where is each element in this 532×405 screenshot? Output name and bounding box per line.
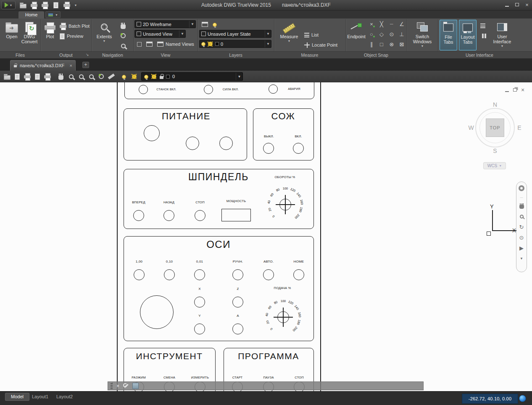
tb-make-current-button[interactable] <box>129 72 139 81</box>
zoom-extents-button[interactable]: Extents ▼ <box>96 20 113 50</box>
layer-dropdown[interactable]: 0 ▼ <box>141 72 243 81</box>
tb-pan-button[interactable] <box>56 72 66 81</box>
tb-plot-button[interactable] <box>23 72 32 81</box>
insertion-snap-icon[interactable]: □ <box>377 40 386 48</box>
close-icon[interactable]: × <box>116 384 119 389</box>
drawing-canvas[interactable]: СТАНОК ВКЛ. СИЛА ВКЛ. АВАРИЯ ПИТАНИЕ СОЖ… <box>0 82 532 391</box>
layer-properties-button[interactable] <box>200 20 209 29</box>
center-snap-icon[interactable]: ○ <box>367 30 376 38</box>
ui-pause-button[interactable] <box>478 31 487 40</box>
drag-grip[interactable] <box>111 383 113 389</box>
layer-combo[interactable]: 0 ▼ <box>199 40 271 48</box>
visual-style-combo[interactable]: 2D Wireframe ▼ <box>134 20 196 28</box>
viewcube-top-face[interactable]: TOP <box>486 118 504 137</box>
pan-button[interactable] <box>119 21 128 30</box>
tb-convert-button[interactable] <box>13 72 22 81</box>
show-motion-icon[interactable]: ▶ <box>518 245 525 251</box>
layout2-tab[interactable]: Layout2 <box>52 393 77 401</box>
midpoint-snap-icon[interactable]: × <box>367 20 376 28</box>
batch-plot-button[interactable]: Batch Plot <box>60 22 90 30</box>
list-button[interactable]: List <box>304 31 319 39</box>
intersection-snap-icon[interactable]: ╳ <box>377 20 386 28</box>
view-tool-1-button[interactable] <box>134 39 144 49</box>
doc-minimize-button[interactable] <box>503 87 510 93</box>
coolant-title: СОЖ <box>271 111 295 122</box>
qat-publish-button[interactable] <box>62 1 71 10</box>
properties-icon[interactable] <box>132 383 139 389</box>
named-views-button[interactable]: Named Views <box>157 40 194 48</box>
view-tool-2-button[interactable] <box>145 39 154 49</box>
quadrant-snap-icon[interactable]: ◇ <box>377 30 386 38</box>
wcs-dropdown[interactable]: WCS ▼ <box>483 162 506 169</box>
document-tab[interactable]: панель^стойка3.DXF × <box>10 60 76 71</box>
tb-preview-button[interactable] <box>33 72 42 81</box>
ui-lines-button[interactable] <box>478 21 487 30</box>
steering-wheel-icon[interactable] <box>518 185 525 192</box>
program-title: ПРОГРАММА <box>238 351 299 361</box>
new-tab-button[interactable]: + <box>82 62 89 68</box>
model-tab[interactable]: Model <box>5 393 29 401</box>
tb-zoom-window-button[interactable] <box>76 72 86 81</box>
qat-plot-button[interactable] <box>29 1 39 10</box>
tb-measure-button[interactable] <box>107 72 116 81</box>
open-button[interactable]: Open <box>3 20 21 50</box>
doc-close-button[interactable]: × <box>519 87 526 93</box>
dwg-convert-button[interactable]: DWG Convert <box>20 20 39 50</box>
viewcube-south[interactable]: S <box>493 147 497 154</box>
preview-button[interactable]: Preview <box>60 32 83 40</box>
power-title: ПИТАНИЕ <box>162 111 211 122</box>
qat-preview-button[interactable] <box>51 1 61 10</box>
node-snap-icon[interactable]: ⊗ <box>387 40 396 48</box>
doc-restore-button[interactable] <box>511 87 518 93</box>
pan-hand-icon[interactable] <box>518 202 525 209</box>
extension-snap-icon[interactable]: ┈ <box>387 20 396 28</box>
orbit-icon[interactable]: ↻ <box>518 224 525 230</box>
tb-orbit-button[interactable] <box>97 72 106 81</box>
locate-point-button[interactable]: Locate Point <box>304 41 337 49</box>
viewcube-west[interactable]: W <box>468 124 474 131</box>
perpendicular-snap-icon[interactable]: ⊥ <box>398 30 406 38</box>
file-tabs-toggle[interactable]: File Tabs <box>440 20 457 50</box>
navbar-menu-icon[interactable]: ▼ <box>518 255 525 262</box>
apparent-intersection-snap-icon[interactable]: ∠ <box>398 20 406 28</box>
tb-zoom-previous-button[interactable] <box>87 72 96 81</box>
tb-publish-button[interactable] <box>43 72 52 81</box>
close-button[interactable]: × <box>524 2 530 8</box>
customize-wrench-icon[interactable] <box>123 383 129 389</box>
layout-tabs-toggle[interactable]: Layout Tabs <box>459 20 477 50</box>
tab-close-icon[interactable]: × <box>70 63 72 68</box>
minimize-button[interactable] <box>503 2 510 8</box>
program-button-label: ПАУЗА <box>263 376 274 379</box>
view-combo[interactable]: Unsaved View ▼ <box>134 30 186 38</box>
layout1-tab[interactable]: Layout1 <box>28 393 53 401</box>
qat-batch-plot-button[interactable] <box>40 1 50 10</box>
viewcube-east[interactable]: E <box>517 124 521 131</box>
tb-open-button[interactable] <box>3 72 12 81</box>
parallel-snap-icon[interactable]: ∥ <box>367 40 376 48</box>
measure-button[interactable]: Measure ▼ <box>279 20 299 50</box>
qat-customize-button[interactable]: ▼ <box>73 1 78 10</box>
orbit-button[interactable] <box>119 31 128 40</box>
look-around-icon[interactable]: ⊙ <box>518 234 525 241</box>
user-interface-button[interactable]: User Interface ▼ <box>491 20 514 50</box>
output-dialog-launcher-icon[interactable]: ↘ <box>86 53 89 57</box>
plot-button[interactable]: Plot <box>42 20 58 50</box>
endpoint-snap-button[interactable]: Endpoint <box>347 20 366 50</box>
layer-tools-button[interactable] <box>210 20 219 29</box>
floating-toolbar[interactable]: × <box>108 381 424 390</box>
tangent-snap-icon[interactable]: ⊙ <box>387 30 396 38</box>
workspace-switcher[interactable]: ▼ <box>45 11 61 18</box>
tb-layer-states-button[interactable] <box>119 72 129 81</box>
switch-windows-button[interactable]: Switch Windows ▼ <box>410 20 435 50</box>
zoom-icon[interactable] <box>518 213 525 220</box>
application-menu-button[interactable]: ▼ <box>1 1 16 9</box>
viewcube-north[interactable]: N <box>493 101 497 108</box>
qat-open-button[interactable] <box>18 1 28 10</box>
tb-zoom-realtime-button[interactable] <box>66 72 76 81</box>
communication-badge-icon[interactable] <box>519 395 526 402</box>
tab-home[interactable]: Home <box>18 11 44 18</box>
layer-state-combo[interactable]: Unsaved Layer State ▼ <box>199 30 271 38</box>
zoom-button[interactable] <box>119 41 128 50</box>
maximize-button[interactable] <box>514 2 520 8</box>
nearest-snap-icon[interactable]: ⊠ <box>398 40 406 48</box>
